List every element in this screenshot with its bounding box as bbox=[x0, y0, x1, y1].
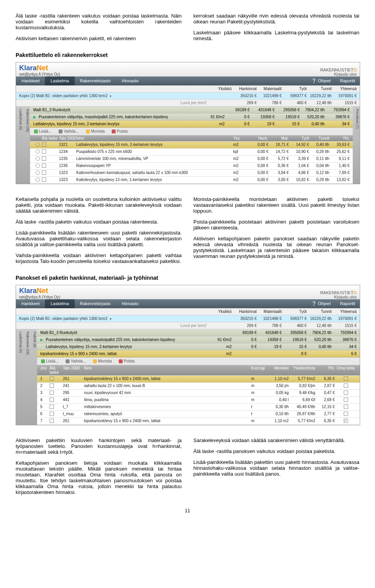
select-radio[interactable] bbox=[36, 156, 40, 161]
materiaalit: 0,36 € bbox=[268, 163, 289, 169]
side-rakenteet[interactable]: Rakenteet (26) bbox=[23, 107, 30, 184]
malli-row[interactable]: Malli B1_3 Runkotyöt 68189 € 431648 € 29… bbox=[30, 107, 353, 114]
oma-hinta-checkbox[interactable] bbox=[344, 412, 348, 416]
side-laskelmat[interactable]: Laskelmat (5) bbox=[16, 329, 23, 425]
select-radio[interactable] bbox=[36, 163, 40, 168]
oma-hinta-checkbox[interactable] bbox=[344, 384, 348, 388]
tyot: 10,82 € bbox=[289, 178, 309, 183]
kust-laji: t bbox=[251, 405, 267, 410]
exclude-checkbox[interactable] bbox=[42, 178, 46, 182]
jno: 1 bbox=[40, 377, 50, 382]
logout-link[interactable]: Kirjaudu ulos bbox=[324, 72, 357, 76]
table-row[interactable]: 2 241 sahattu lauta 22 x 100 mm, kuusi B… bbox=[37, 383, 360, 390]
expand-icon[interactable]: ▶ bbox=[40, 338, 43, 342]
nav-hinnasto[interactable]: Hinnasto bbox=[116, 299, 144, 308]
logout-link[interactable]: Kirjaudu ulos bbox=[324, 295, 357, 299]
nav-ohjeet[interactable]: ❔ Ohjeet bbox=[307, 76, 335, 85]
kust-laji: m bbox=[251, 384, 267, 389]
klaranet-logo: KlaraNet bbox=[19, 287, 60, 295]
rakenne-row[interactable]: ▶ Puurakenteinen välipohja, massiivipalk… bbox=[30, 114, 353, 121]
table-row[interactable]: 6 t_muu rakennusmies, aputyö t 0,10 tth … bbox=[37, 411, 360, 418]
nav-raportit[interactable]: Raportit bbox=[335, 299, 360, 308]
table-row[interactable]: 1323 Kattolevytys, kipsilevy 13 mm, 1-ke… bbox=[30, 177, 353, 184]
table-row[interactable]: 1234 Puupalkisto 075 x 225 mm k600 kpl 0… bbox=[30, 149, 353, 156]
nav-hankkeet[interactable]: Hankkeet bbox=[16, 76, 45, 85]
nav-raportit[interactable]: Raportit bbox=[335, 76, 360, 85]
side-rakenteet[interactable]: Rakenteet (26) bbox=[23, 329, 30, 425]
side-paketit[interactable]: Paketit (6) bbox=[30, 329, 37, 425]
menekki: 0,10 tth bbox=[267, 412, 289, 417]
table-row[interactable]: 4 441 liima, puuliima m 0,40 l 6,69 €/l … bbox=[37, 397, 360, 404]
nav-hinnasto[interactable]: Hinnasto bbox=[116, 76, 144, 85]
table-row[interactable]: 1 261 kipsikartonkilevy 15 x 900 x 2400 … bbox=[37, 376, 360, 383]
swap-icon bbox=[66, 359, 70, 363]
exclude-checkbox[interactable] bbox=[50, 405, 54, 409]
copy-button[interactable]: Monista bbox=[93, 359, 112, 363]
copy-button[interactable]: Monista bbox=[86, 129, 105, 133]
table-row[interactable]: 7 261 kipsikartonkilevy 15 x 900 x 2400 … bbox=[37, 418, 360, 425]
exclude-checkbox[interactable] bbox=[42, 149, 46, 154]
nav-rakennekirjasto[interactable]: Rakennekirjasto bbox=[75, 76, 116, 85]
tunnit: 0,11 tth bbox=[309, 156, 329, 162]
screenshot-panokset: KlaraNet net@yritys.fi (Yritys Oy) RAKEN… bbox=[16, 285, 360, 425]
paketti-row[interactable]: Lattialevytys, kipsilevy 15 mm, 2-kertai… bbox=[37, 343, 360, 350]
oma-hinta-checkbox[interactable] bbox=[344, 419, 348, 423]
exclude-checkbox[interactable] bbox=[50, 398, 54, 402]
exclude-checkbox[interactable] bbox=[50, 384, 54, 388]
exclude-checkbox[interactable] bbox=[50, 377, 54, 381]
exclude-checkbox[interactable] bbox=[50, 391, 54, 395]
oma-hinta-checkbox[interactable] bbox=[344, 398, 348, 402]
project-row[interactable]: Kopio (2) Malli B1: viiden paritalon yht… bbox=[16, 315, 360, 322]
section1-heading: Pakettiluettelo eli rakennekerrokset bbox=[16, 52, 359, 58]
active-panos-row[interactable]: kipsikartonkilevy 15 x 900 x 2400 mm, la… bbox=[37, 350, 360, 357]
exclude-checkbox[interactable] bbox=[42, 142, 46, 147]
nav-ohjeet[interactable]: ❔ Ohjeet bbox=[307, 299, 335, 308]
select-radio[interactable] bbox=[36, 142, 40, 147]
talo-code: 1323 bbox=[59, 171, 76, 176]
exclude-checkbox[interactable] bbox=[42, 156, 46, 161]
select-radio[interactable] bbox=[36, 149, 40, 154]
table-row[interactable]: 1235 Lämmöneriste 100 mm, mineraalivilla… bbox=[30, 156, 353, 163]
side-laskelmat[interactable]: Laskelmat (5) bbox=[16, 107, 23, 184]
nav-hankkeet[interactable]: Hankkeet bbox=[16, 299, 45, 308]
exclude-checkbox[interactable] bbox=[50, 412, 54, 416]
nav-rakennekirjasto[interactable]: Rakennekirjasto bbox=[75, 299, 116, 308]
exclude-checkbox[interactable] bbox=[42, 171, 46, 175]
exclude-checkbox[interactable] bbox=[50, 419, 54, 423]
oma-hinta-checkbox[interactable] bbox=[344, 405, 348, 409]
yhteensa: 6,35 € bbox=[315, 377, 335, 382]
end-text: Aktiiviseen pakettiin kuuluvien hankinto… bbox=[16, 432, 359, 500]
delete-button[interactable]: Poista bbox=[112, 129, 128, 133]
panos-table-header: Jno Älä laske Talo 2000 Nimi Kust.laji M… bbox=[37, 365, 360, 376]
table-row[interactable]: 5 t_7 mittakirvesmies t 0,30 tth 40,49 €… bbox=[37, 404, 360, 411]
select-radio[interactable] bbox=[36, 178, 40, 182]
project-row[interactable]: Kopio (2) Malli B1: viiden paritalon yht… bbox=[16, 92, 360, 99]
table-row[interactable]: 1321 Lattialevytys, kipsilevy 15 mm, 2-k… bbox=[30, 142, 353, 149]
add-button[interactable]: Lisää... bbox=[34, 129, 52, 133]
edit-button[interactable]: Vaihda... bbox=[59, 129, 79, 133]
select-radio[interactable] bbox=[36, 171, 40, 175]
edit-button[interactable]: Vaihda... bbox=[66, 359, 86, 363]
oma-hinta-checkbox[interactable] bbox=[344, 377, 348, 381]
table-row[interactable]: 1236 Rakennuspaperi YP m2 0,00 € 0,36 € … bbox=[30, 163, 353, 170]
table-row[interactable]: 3 295 ruuvi, kipsilevyruuvi 42 mm m 0,05… bbox=[37, 390, 360, 397]
nav-laskelma[interactable]: Laskelma bbox=[45, 76, 74, 85]
delete-button[interactable]: Poista bbox=[119, 359, 135, 363]
active-paketti-row[interactable]: Lattialevytys, kipsilevy 15 mm, 2-kertai… bbox=[30, 121, 353, 128]
expand-icon[interactable]: ▶ bbox=[33, 115, 36, 119]
add-button[interactable]: Lisää... bbox=[41, 359, 59, 363]
exclude-checkbox[interactable] bbox=[42, 163, 46, 168]
table-row[interactable]: 1323 Kattoverhouksen kannatuspuut, sahat… bbox=[30, 170, 353, 177]
yhteensa: 33,63 € bbox=[329, 142, 350, 147]
malli-row[interactable]: Malli B1_3 Runkotyöt 68189 € 431648 € 29… bbox=[37, 329, 360, 336]
talo-code: 295 bbox=[63, 391, 84, 396]
intro-text: Älä laske -rastilla rakenteen vaikutus v… bbox=[16, 8, 359, 46]
hankinnat: 0,00 € bbox=[248, 142, 268, 147]
side-panokset[interactable]: Panokset (7) bbox=[353, 107, 360, 184]
end-left-p1: Aktiiviseen pakettiin kuuluvien hankinto… bbox=[16, 437, 182, 455]
nav-laskelma[interactable]: Laskelma bbox=[45, 299, 74, 308]
oma-hinta-checkbox[interactable] bbox=[344, 391, 348, 395]
yhteensa: 7,89 € bbox=[329, 171, 350, 176]
rakenne-row[interactable]: ▶ Puurakenteinen välipohja, massiivipalk… bbox=[37, 336, 360, 343]
swap-icon bbox=[59, 130, 62, 133]
